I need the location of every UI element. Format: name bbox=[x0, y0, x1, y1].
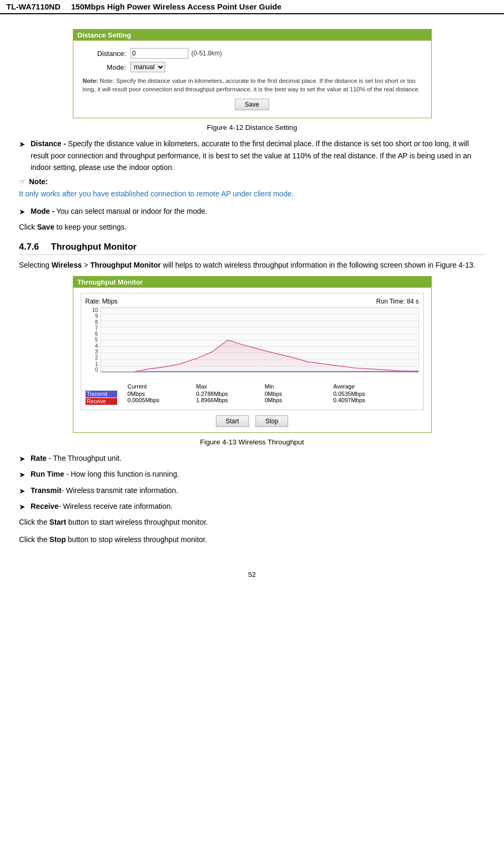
colored-note: It only works after you have established… bbox=[19, 188, 485, 200]
stop-button[interactable]: Stop bbox=[255, 415, 289, 427]
y-label-5: 5 bbox=[95, 337, 98, 343]
receive-bullet: ➤ Receive- Wireless receive rate informa… bbox=[19, 500, 485, 513]
distance-screenshot-box: Distance Setting Distance: (0-51.8km) Mo… bbox=[73, 29, 432, 118]
click-start-line: Click the Start button to start wireless… bbox=[19, 516, 485, 528]
tp-min-header: Min bbox=[265, 383, 274, 390]
receive-bullet-text: Receive- Wireless receive rate informati… bbox=[31, 500, 485, 512]
runtime-term: Run Time bbox=[31, 470, 64, 478]
tp-avg-header: Average bbox=[334, 383, 355, 390]
tp-stat-empty-header bbox=[85, 383, 87, 390]
distance-term: Distance - bbox=[31, 139, 66, 148]
y-label-4: 4 bbox=[95, 343, 98, 349]
bullet-arrow-transmit: ➤ bbox=[19, 485, 25, 497]
click-save-line: Click Save to keep your settings. bbox=[19, 221, 485, 233]
distance-bullet-1: ➤ Distance - Specify the distance value … bbox=[19, 138, 485, 173]
bullet-arrow-2: ➤ bbox=[19, 206, 25, 217]
distance-input[interactable] bbox=[130, 48, 188, 59]
receive-desc: - Wireless receive rate information. bbox=[59, 502, 173, 510]
rate-desc: - The Throughput unit. bbox=[46, 454, 121, 462]
section-number: 4.7.6 bbox=[19, 242, 39, 252]
note-line: ☞ Note: bbox=[19, 177, 485, 186]
figure-4-12-caption: Figure 4-12 Distance Setting bbox=[19, 124, 485, 131]
y-label-1: 1 bbox=[95, 361, 98, 367]
y-label-10: 10 bbox=[92, 307, 98, 313]
distance-save-button[interactable]: Save bbox=[235, 99, 269, 110]
note-phone-icon: ☞ bbox=[19, 177, 26, 186]
receive-label-box: Receive bbox=[85, 398, 117, 405]
distance-screenshot-inner: Distance: (0-51.8km) Mode: manual indoor… bbox=[73, 41, 431, 118]
save-bold: Save bbox=[37, 223, 54, 231]
rate-label: Rate: Mbps bbox=[85, 298, 118, 305]
mode-select[interactable]: manual indoor bbox=[130, 62, 165, 72]
distance-bullet-1-text: Distance - Specify the distance value in… bbox=[31, 138, 485, 173]
tp-y-labels: 10 9 8 7 6 5 4 3 2 1 0 bbox=[85, 307, 99, 373]
tp-grid-area bbox=[100, 307, 419, 373]
bullet-arrow-runtime: ➤ bbox=[19, 469, 25, 480]
receive-min: 0Mbps bbox=[265, 397, 282, 403]
transmit-average: 0.0535Mbps bbox=[334, 391, 366, 397]
y-label-2: 2 bbox=[95, 355, 98, 361]
mode-label: Mode: bbox=[83, 63, 130, 71]
bullet-arrow-receive: ➤ bbox=[19, 501, 25, 513]
tp-stat-avg-col: Average 0.0535Mbps 0.4097Mbps bbox=[334, 383, 402, 405]
tp-btn-row: Start Stop bbox=[81, 415, 424, 427]
receive-average: 0.4097Mbps bbox=[334, 397, 366, 403]
transmit-max: 0.2788Mbps bbox=[196, 391, 229, 397]
section-heading-4-7-6: 4.7.6 Throughput Monitor bbox=[19, 242, 485, 255]
y-label-8: 8 bbox=[95, 319, 98, 325]
note-text: Note: Specify the distance value in kilo… bbox=[83, 78, 420, 92]
mode-desc: You can select manual or indoor for the … bbox=[54, 207, 207, 215]
transmit-bullet-text: Transmit- Wireless transmit rate informa… bbox=[31, 485, 485, 496]
runtime-bullet-text: Run Time - How long this function is run… bbox=[31, 468, 485, 480]
transmit-bullet: ➤ Transmit- Wireless transmit rate infor… bbox=[19, 485, 485, 497]
start-button[interactable]: Start bbox=[216, 415, 249, 427]
distance-form-row: Distance: (0-51.8km) bbox=[83, 48, 422, 59]
bullet-arrow-1: ➤ bbox=[19, 138, 25, 150]
tp-chart-area: 10 9 8 7 6 5 4 3 2 1 0 bbox=[85, 307, 419, 381]
note-label: Note: bbox=[29, 177, 48, 186]
run-time-label: Run Time: 84 s bbox=[376, 298, 419, 305]
throughput-screenshot-inner: Rate: Mbps Run Time: 84 s 10 9 8 7 6 5 4… bbox=[73, 288, 431, 432]
rate-term: Rate bbox=[31, 454, 46, 462]
transmit-label-box: Transmit bbox=[85, 391, 117, 397]
start-bold: Start bbox=[50, 518, 66, 526]
distance-screenshot-title: Distance Setting bbox=[73, 30, 431, 41]
tp-stat-max-col: Max 0.2788Mbps 1.8966Mbps bbox=[196, 383, 265, 405]
y-label-0: 0 bbox=[95, 367, 98, 373]
receive-area bbox=[101, 340, 419, 372]
tp-chart-header: Rate: Mbps Run Time: 84 s bbox=[85, 298, 419, 305]
tp-chart-container: Rate: Mbps Run Time: 84 s 10 9 8 7 6 5 4… bbox=[81, 293, 424, 410]
mode-term: Mode - bbox=[31, 207, 54, 215]
transmit-current: 0Mbps bbox=[128, 391, 145, 397]
rate-bullet: ➤ Rate - The Throughput unit. bbox=[19, 452, 485, 465]
mode-bullet-text: Mode - You can select manual or indoor f… bbox=[31, 205, 485, 217]
tp-stat-labels-col: Transmit Receive bbox=[85, 383, 128, 405]
page-title: 150Mbps High Power Wireless Access Point… bbox=[71, 2, 282, 11]
main-content: Distance Setting Distance: (0-51.8km) Mo… bbox=[0, 14, 504, 560]
page-header: TL-WA7110ND 150Mbps High Power Wireless … bbox=[0, 0, 504, 14]
runtime-bullet: ➤ Run Time - How long this function is r… bbox=[19, 468, 485, 480]
wireless-bold: Wireless bbox=[51, 261, 81, 269]
bullet-arrow-rate: ➤ bbox=[19, 453, 25, 465]
receive-max: 1.8966Mbps bbox=[196, 397, 229, 403]
distance-screenshot-wrapper: Distance Setting Distance: (0-51.8km) Mo… bbox=[73, 29, 432, 118]
transmit-term: Transmit bbox=[31, 486, 61, 495]
stop-bold: Stop bbox=[50, 535, 66, 544]
device-model: TL-WA7110ND bbox=[6, 2, 61, 11]
receive-term: Receive bbox=[31, 502, 59, 510]
runtime-desc: - How long this function is running. bbox=[64, 470, 179, 478]
distance-label: Distance: bbox=[83, 50, 130, 58]
save-btn-row: Save bbox=[83, 99, 422, 110]
note-bold: Note: bbox=[83, 78, 98, 84]
rate-bullet-text: Rate - The Throughput unit. bbox=[31, 452, 485, 464]
transmit-min: 0Mbps bbox=[265, 391, 282, 397]
y-label-9: 9 bbox=[95, 313, 98, 319]
throughput-screenshot-title: Throughput Monitor bbox=[73, 277, 431, 288]
tp-stat-current-col: Current 0Mbps 0.0005Mbps bbox=[128, 383, 196, 405]
tp-stats-row: Transmit Receive Current 0Mbps 0.0005Mbp… bbox=[85, 383, 419, 405]
section-title: Throughput Monitor bbox=[51, 242, 137, 252]
tp-max-header: Max bbox=[196, 383, 207, 390]
page-footer: 52 bbox=[0, 571, 504, 579]
distance-note: Note: Note: Specify the distance value i… bbox=[83, 77, 422, 93]
mode-bullet: ➤ Mode - You can select manual or indoor… bbox=[19, 205, 485, 217]
